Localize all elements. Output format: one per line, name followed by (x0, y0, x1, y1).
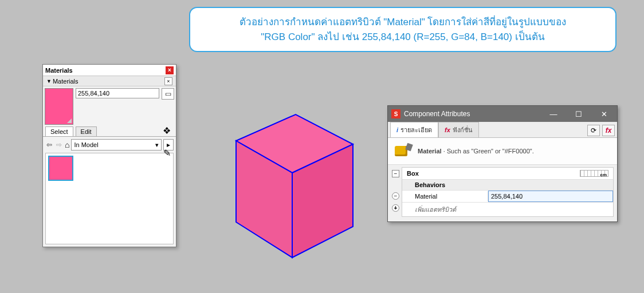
library-select[interactable]: In Model (71, 139, 162, 151)
materials-title-text: Materials (45, 67, 73, 74)
material-name-input[interactable] (76, 88, 159, 98)
component-attributes-window: S Component Attributes — ☐ ✕ i รายละเอีย… (387, 105, 618, 222)
material-thumb-0[interactable] (48, 156, 73, 181)
hint-attr-name: Material (418, 148, 442, 155)
materials-nav: ⇦ ⇨ ⌂ In Model ▸ (43, 137, 176, 153)
minimize-icon[interactable]: — (544, 110, 563, 118)
materials-body: ▭ ❖ ✎ (43, 86, 176, 126)
fx-icon: fx (445, 126, 450, 133)
attr-title-text: Component Attributes (404, 110, 470, 118)
back-icon[interactable]: ⇦ (45, 141, 53, 149)
behaviors-header-row: Behaviors (402, 180, 613, 191)
window-buttons: — ☐ ✕ (544, 110, 614, 118)
sketchup-icon: S (391, 109, 400, 118)
collapse-icon[interactable]: × (164, 77, 172, 85)
component-name: Box (407, 170, 419, 177)
tab-functions[interactable]: fx ฟังก์ชั่น (438, 122, 479, 137)
tab-select[interactable]: Select (45, 126, 73, 136)
add-attribute-button[interactable]: + (392, 204, 399, 212)
close-icon[interactable]: × (166, 66, 174, 74)
refresh-icon: ⟳ (591, 126, 596, 134)
materials-tabrow: Select Edit (43, 126, 176, 137)
hint-text: · Such as "Green" or "#FF0000". (443, 148, 534, 155)
tab-details-label: รายละเอียด (400, 125, 432, 135)
document-icon: ▭ (165, 90, 171, 98)
attribute-name-cell[interactable]: Material (402, 191, 488, 201)
callout-line2: "RGB Color" ลงไป เช่น 255,84,140 (R=255,… (261, 31, 544, 42)
materials-titlebar[interactable]: Materials × (43, 65, 176, 76)
callout-line1: ตัวอย่างการกำหนดค่าแอตทริบิวต์ "Material… (239, 17, 567, 27)
tab-edit[interactable]: Edit (76, 126, 97, 136)
toggle-formula-button[interactable]: fx (602, 125, 615, 136)
brush-icon (395, 144, 412, 159)
cube-preview (213, 97, 368, 263)
attr-tabs: i รายละเอียด fx ฟังก์ชั่น ⟳ fx (388, 122, 617, 138)
tab-functions-label: ฟังก์ชั่น (453, 125, 473, 135)
home-icon[interactable]: ⌂ (65, 140, 69, 149)
material-tools: ❖ ✎ (160, 125, 174, 159)
tab-details[interactable]: i รายละเอียด (390, 122, 438, 137)
library-icon[interactable]: ❖ (163, 125, 171, 136)
current-material-swatch[interactable] (45, 88, 73, 125)
material-thumbnails (45, 153, 174, 244)
forward-icon[interactable]: ⇨ (55, 141, 63, 149)
close-window-icon[interactable]: ✕ (594, 110, 614, 118)
materials-section-header[interactable]: Materials × (43, 76, 176, 86)
materials-section-label: Materials (53, 78, 78, 85)
remove-attribute-button[interactable]: − (392, 192, 399, 200)
add-attribute-label: เพิ่มแอตทริบิวต์ (402, 203, 461, 216)
explanation-callout: ตัวอย่างการกำหนดค่าแอตทริบิวต์ "Material… (189, 7, 616, 52)
grid-header-row: − Box (402, 168, 613, 180)
info-icon: i (396, 126, 398, 133)
attribute-hint: Material · Such as "Green" or "#FF0000". (388, 138, 617, 165)
attr-titlebar[interactable]: S Component Attributes — ☐ ✕ (388, 106, 617, 122)
fx-toggle-icon: fx (606, 126, 612, 134)
attribute-grid: − Box Behaviors − Material + เพิ่มแอตทริ… (402, 167, 614, 217)
materials-panel: Materials × Materials × ▭ ❖ ✎ Select Edi… (42, 64, 176, 247)
behaviors-label: Behaviors (402, 180, 613, 190)
attribute-value-input[interactable] (488, 191, 613, 202)
add-attribute-row[interactable]: + เพิ่มแอตทริบิวต์ (402, 203, 613, 216)
maximize-icon[interactable]: ☐ (569, 110, 588, 118)
units-indicator[interactable] (580, 170, 608, 177)
library-select-value: In Model (74, 141, 98, 148)
create-material-button[interactable]: ▭ (162, 88, 174, 100)
collapse-toggle[interactable]: − (392, 170, 399, 177)
eyedropper-icon[interactable]: ✎ (163, 148, 171, 159)
material-attribute-row: − Material (402, 191, 613, 203)
refresh-button[interactable]: ⟳ (587, 125, 600, 136)
